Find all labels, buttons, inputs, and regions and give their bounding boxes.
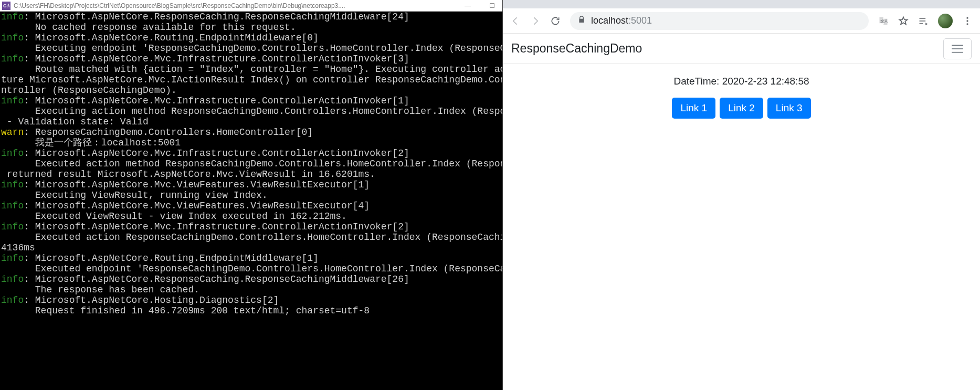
console-window: C:\ C:\Users\FH\Desktop\Projects\CtrlNet… (0, 0, 503, 390)
page-navbar: ResponseCachingDemo (503, 34, 980, 64)
translate-icon[interactable]: 文A (878, 16, 889, 26)
console-app-icon: C:\ (2, 2, 10, 10)
star-icon[interactable] (898, 16, 909, 26)
browser-tab-strip[interactable] (503, 0, 980, 8)
address-port: :5001 (628, 15, 652, 26)
kebab-menu-icon[interactable] (962, 16, 973, 26)
svg-point-1 (966, 17, 968, 18)
link-2-button[interactable]: Link 2 (720, 98, 763, 119)
console-titlebar[interactable]: C:\ C:\Users\FH\Desktop\Projects\CtrlNet… (0, 0, 502, 12)
navbar-toggle-button[interactable] (943, 38, 972, 59)
media-queue-icon[interactable] (918, 16, 929, 26)
svg-point-3 (966, 23, 968, 25)
page-viewport: ResponseCachingDemo DateTime: 2020-2-23 … (503, 34, 980, 390)
console-title: C:\Users\FH\Desktop\Projects\CtrlNet\Ope… (14, 2, 454, 9)
console-output[interactable]: info: Microsoft.AspNetCore.ResponseCachi… (0, 12, 502, 390)
maximize-button[interactable]: ☐ (481, 0, 502, 12)
browser-window: localhost:5001 文A ResponseCachingDemo (503, 0, 980, 390)
browser-toolbar: localhost:5001 文A (503, 8, 980, 34)
svg-text:文A: 文A (880, 18, 888, 23)
brand-title[interactable]: ResponseCachingDemo (511, 41, 642, 56)
link-1-button[interactable]: Link 1 (672, 98, 715, 119)
profile-avatar[interactable] (938, 14, 953, 28)
back-icon[interactable] (510, 16, 521, 26)
forward-icon[interactable] (530, 16, 541, 26)
address-host: localhost (591, 15, 628, 26)
secure-lock-icon (577, 15, 586, 26)
minimize-button[interactable]: — (457, 0, 478, 12)
reload-icon[interactable] (550, 16, 561, 26)
address-bar[interactable]: localhost:5001 (570, 12, 869, 30)
datetime-label: DateTime: 2020-2-23 12:48:58 (503, 76, 980, 87)
link-3-button[interactable]: Link 3 (767, 98, 811, 119)
svg-point-2 (966, 20, 968, 22)
link-button-row: Link 1 Link 2 Link 3 (503, 98, 980, 119)
